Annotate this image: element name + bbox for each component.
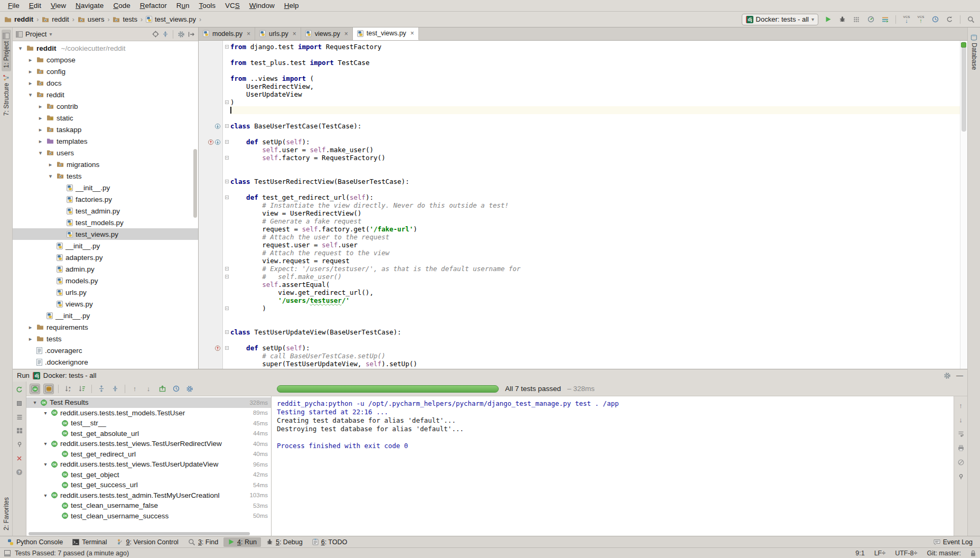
help-button[interactable]: ?: [15, 467, 24, 477]
tree-item[interactable]: models.py: [13, 275, 198, 286]
tree-collapsed-icon[interactable]: ▸: [27, 57, 34, 63]
profiler-button[interactable]: [866, 15, 875, 24]
code-line[interactable]: class BaseUserTestCase(TestCase):: [230, 122, 960, 130]
override-gutter-icon[interactable]: [214, 345, 221, 351]
code-line[interactable]: [230, 185, 960, 193]
toolwindow-options-button[interactable]: [15, 426, 24, 435]
menu-view[interactable]: View: [46, 1, 71, 11]
code-line[interactable]: super(TestUserUpdateView, self).setUp(): [230, 360, 960, 368]
tree-expanded-icon[interactable]: ▾: [42, 410, 49, 416]
tree-item[interactable]: factories.py: [13, 193, 198, 205]
test-row[interactable]: ▾ OK reddit.users.tests.test_models.Test…: [26, 408, 271, 418]
test-row[interactable]: ▾ OK reddit.users.tests.test_views.TestU…: [26, 459, 271, 470]
run-button[interactable]: [823, 15, 833, 24]
tree-item[interactable]: ▸templates: [13, 135, 198, 147]
tree-item[interactable]: ▾tests: [13, 170, 198, 182]
caret-position[interactable]: 9:1: [855, 550, 864, 557]
code-line[interactable]: def setUp(self):: [230, 138, 960, 146]
code-line[interactable]: # self.make_user(): [230, 273, 960, 281]
test-row[interactable]: OK test_get_redirect_url 40ms: [26, 449, 271, 460]
code-line[interactable]: view.request = request: [230, 257, 960, 265]
fold-start-icon[interactable]: −: [225, 267, 229, 271]
menu-code[interactable]: Code: [108, 1, 135, 11]
editor-scrollbar-thumb[interactable]: [962, 42, 966, 132]
implementation-gutter-icon[interactable]: [214, 123, 221, 129]
close-tab-icon[interactable]: ×: [344, 30, 348, 38]
test-row[interactable]: ▾ OK Test Results 328ms: [26, 397, 271, 408]
test-tree-hscrollbar[interactable]: [26, 532, 271, 536]
test-row[interactable]: OK test__str__ 45ms: [26, 418, 271, 429]
code-line[interactable]: from test_plus.test import TestCase: [230, 59, 960, 67]
tree-item[interactable]: ▾reddit~/cookiecutter/reddit: [13, 42, 198, 54]
menu-run[interactable]: Run: [172, 1, 194, 11]
fold-start-icon[interactable]: −: [225, 124, 229, 128]
tab-urls-py[interactable]: urls.py ×: [255, 27, 301, 40]
next-failed-button[interactable]: ↓: [143, 384, 154, 394]
tree-item[interactable]: ▸migrations: [13, 159, 198, 170]
breadcrumb-item[interactable]: tests: [113, 15, 137, 23]
chevron-down-icon[interactable]: ▾: [49, 31, 52, 37]
tree-expanded-icon[interactable]: ▾: [17, 45, 24, 52]
code-line[interactable]: from django.test import RequestFactory: [230, 43, 960, 51]
test-row[interactable]: OK test_get_success_url 54ms: [26, 480, 271, 490]
locate-file-icon[interactable]: [152, 31, 159, 38]
tree-expanded-icon[interactable]: ▾: [37, 150, 44, 156]
gear-icon[interactable]: [178, 31, 185, 38]
toolwindow-terminal[interactable]: Terminal: [68, 537, 111, 547]
tree-item[interactable]: __init__.py: [13, 240, 198, 252]
tree-collapsed-icon[interactable]: ▸: [27, 80, 34, 87]
show-ignored-toggle[interactable]: [43, 384, 54, 394]
encoding-indicator[interactable]: UTF-8÷: [895, 550, 917, 557]
test-row[interactable]: ▾ OK reddit.users.tests.test_views.TestU…: [26, 439, 271, 449]
tree-item[interactable]: ▸docs: [13, 77, 198, 89]
close-tab-icon[interactable]: ×: [247, 30, 250, 38]
tab-models-py[interactable]: models.py ×: [199, 27, 255, 40]
gear-icon[interactable]: [184, 384, 195, 394]
code-line[interactable]: [230, 67, 960, 75]
toolwindow-find[interactable]: 3: Find: [184, 537, 222, 547]
tree-item[interactable]: urls.py: [13, 286, 198, 298]
test-row[interactable]: OK test_clean_username_false 53ms: [26, 500, 271, 511]
tree-item[interactable]: ▸tests: [13, 333, 198, 345]
menu-navigate[interactable]: Navigate: [71, 1, 108, 11]
code-line[interactable]: view = UserRedirectView(): [230, 209, 960, 217]
menu-edit[interactable]: Edit: [24, 1, 46, 11]
rerun-tests-button[interactable]: [15, 385, 24, 394]
code-line[interactable]: def test_get_redirect_url(self):: [230, 193, 960, 201]
stop-button[interactable]: [15, 398, 24, 408]
code-line[interactable]: class TestUserRedirectView(BaseUserTestC…: [230, 178, 960, 185]
close-tab-icon[interactable]: ×: [293, 30, 296, 38]
tree-collapsed-icon[interactable]: ▸: [37, 103, 44, 110]
tree-expanded-icon[interactable]: ▾: [42, 492, 49, 498]
scroll-to-bottom-icon[interactable]: ↓: [956, 415, 966, 424]
hide-panel-icon[interactable]: —: [956, 371, 963, 379]
breadcrumb-item[interactable]: users: [78, 15, 105, 23]
sidebar-item-database[interactable]: Database: [969, 31, 979, 73]
toolwindow-version-control[interactable]: 9: Version Control: [113, 537, 183, 547]
code-line[interactable]: # Attach the request to the view: [230, 249, 960, 257]
tree-item[interactable]: ▸compose: [13, 54, 198, 66]
tree-item[interactable]: ▾users: [13, 147, 198, 159]
code-line[interactable]: request = self.factory.get('/fake-url'): [230, 225, 960, 233]
search-everywhere-button[interactable]: [966, 15, 976, 24]
toolwindow-toggle-icon[interactable]: [4, 550, 11, 556]
gear-icon[interactable]: [944, 372, 951, 379]
sort-by-duration-button[interactable]: [77, 384, 87, 394]
toolwindow-todo[interactable]: 6: TODO: [308, 537, 352, 547]
menu-file[interactable]: File: [3, 1, 24, 11]
tree-item[interactable]: adapters.py: [13, 252, 198, 263]
close-tab-icon[interactable]: ×: [410, 30, 414, 37]
project-scrollbar[interactable]: [193, 149, 197, 218]
line-ending-indicator[interactable]: LF÷: [874, 550, 885, 557]
code-line[interactable]: self.assertEqual(: [230, 281, 960, 289]
tree-item[interactable]: .coveragerc: [13, 345, 198, 356]
tree-item[interactable]: ▸config: [13, 66, 198, 77]
sidebar-item-project[interactable]: 1: Project: [2, 30, 11, 71]
fold-start-icon[interactable]: −: [225, 330, 229, 334]
code-line[interactable]: [230, 106, 960, 114]
collapse-all-icon[interactable]: [162, 31, 169, 38]
code-line[interactable]: [230, 162, 960, 170]
tree-collapsed-icon[interactable]: ▸: [47, 161, 54, 168]
code-line[interactable]: [230, 320, 960, 328]
tree-item[interactable]: admin.py: [13, 263, 198, 275]
